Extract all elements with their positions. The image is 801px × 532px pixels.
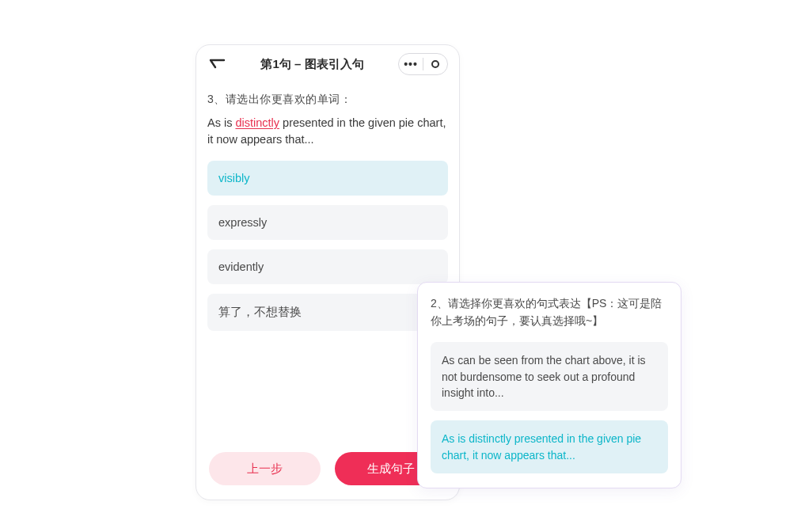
word-option-label: visibly (218, 172, 249, 184)
ellipsis-icon: ••• (404, 58, 418, 70)
popup-prompt: 2、请选择你更喜欢的句式表达【PS：这可是陪你上考场的句子，要认真选择哦~】 (431, 295, 668, 329)
question-prompt-text: 请选出你更喜欢的单词： (226, 93, 352, 105)
word-option[interactable]: evidently (207, 249, 448, 284)
weixin-capsule: ••• (398, 53, 448, 75)
word-option[interactable]: 算了，不想替换 (207, 294, 448, 331)
generate-button-label: 生成句子 (367, 462, 415, 477)
word-option-label: evidently (218, 260, 264, 273)
word-option[interactable]: expressly (207, 205, 448, 240)
word-option-label: expressly (218, 216, 267, 229)
page-title: 第1句 – 图表引入句 (226, 57, 398, 72)
sentence-option-label: As can be seen from the chart above, it … (442, 354, 646, 399)
sentence-option[interactable]: As can be seen from the chart above, it … (431, 342, 668, 411)
capsule-close-button[interactable] (423, 54, 447, 74)
prev-button-label: 上一步 (247, 462, 283, 477)
sentence-style-popup: 2、请选择你更喜欢的句式表达【PS：这可是陪你上考场的句子，要认真选择哦~】 A… (417, 282, 681, 488)
target-icon (431, 60, 439, 68)
question-prompt: 3、请选出你更喜欢的单词： (207, 93, 448, 107)
word-option-label: 算了，不想替换 (218, 306, 302, 318)
question-number: 3、 (207, 93, 226, 105)
back-arrow-icon (208, 58, 226, 70)
prev-button[interactable]: 上一步 (209, 452, 321, 485)
topbar: 第1句 – 图表引入句 ••• (196, 45, 459, 83)
sentence-option[interactable]: As is distinctly presented in the given … (431, 420, 668, 473)
example-sentence: As is distinctly presented in the given … (207, 115, 448, 148)
sentence-pre: As is (207, 116, 235, 129)
word-option[interactable]: visibly (207, 161, 448, 196)
highlighted-word: distinctly (235, 116, 279, 129)
capsule-menu-button[interactable]: ••• (399, 54, 423, 74)
sentence-option-label: As is distinctly presented in the given … (442, 432, 641, 461)
back-button[interactable] (207, 55, 226, 74)
